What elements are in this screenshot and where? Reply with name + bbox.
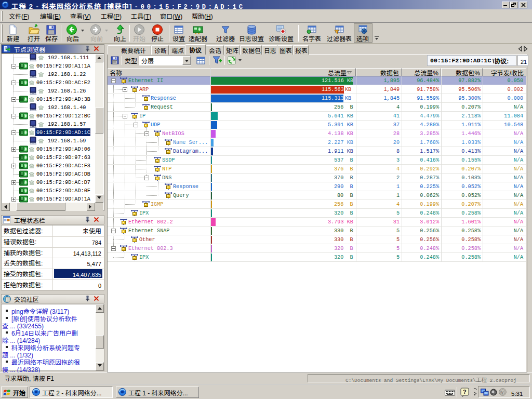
svg-text:?: ? — [463, 388, 467, 395]
svg-text:v: v — [501, 389, 504, 395]
